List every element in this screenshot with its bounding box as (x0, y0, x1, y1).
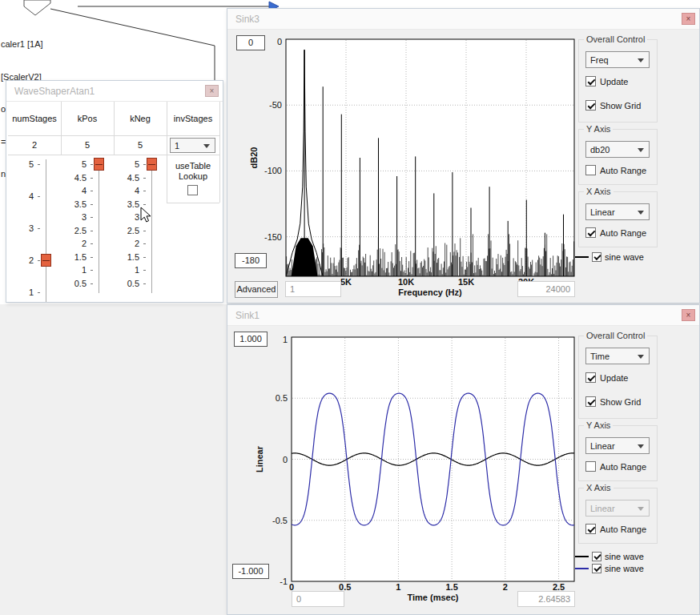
slider-tick-label: 4 (115, 186, 139, 195)
dropdown-value: Linear (590, 207, 615, 217)
overall-control-dropdown[interactable]: Time (585, 348, 650, 364)
slider-tick-label: 3 (10, 223, 34, 233)
x-tick-label: 2 (503, 582, 508, 592)
invStages-dropdown[interactable]: 1 (170, 138, 215, 153)
slider-tick-mark (143, 164, 146, 165)
waveshaper-window: WaveShaperAtan1 × numStages254321kPos554… (6, 80, 223, 303)
numStages-slider-handle[interactable] (41, 254, 51, 267)
close-icon[interactable]: × (682, 13, 695, 25)
slider-tick-mark (91, 231, 93, 231)
x-auto-range-checkbox[interactable]: Auto Range (585, 227, 646, 238)
legend-checkbox[interactable] (592, 552, 601, 561)
sink3-plot: 5K10K15K20K0-50-100-150Frequency (Hz)dB2… (246, 38, 590, 302)
x-axis-group: X Axis Linear Auto Range (578, 191, 658, 247)
slider-tick-label: 1 (115, 265, 139, 275)
overall-control-dropdown[interactable]: Freq (585, 51, 650, 68)
y-axis-title: dB20 (249, 147, 259, 169)
kPos-slider-track[interactable] (99, 159, 99, 293)
kNeg-value: 5 (114, 138, 167, 153)
kNeg-slider-track[interactable] (151, 159, 152, 293)
x-axis-group: X Axis Linear Auto Range (578, 488, 658, 544)
checkbox-box (585, 100, 596, 111)
close-icon[interactable]: × (205, 85, 219, 97)
checkbox-box (585, 461, 596, 472)
slider-tick-mark (91, 178, 93, 179)
y-axis-dropdown[interactable]: Linear (585, 437, 650, 454)
sink1-titlebar[interactable]: Sink1 × (227, 305, 699, 326)
slider-tick-label: 2.5 (62, 226, 86, 235)
window-title: Sink1 (235, 310, 259, 321)
kPos-value: 5 (61, 138, 114, 153)
x-range-end-input[interactable]: 24000 (517, 281, 575, 297)
y-tick-label: 1 (283, 336, 288, 344)
x-axis-dropdown[interactable]: Linear (585, 203, 650, 220)
update-checkbox[interactable]: Update (585, 372, 628, 383)
checkbox-label: Auto Range (600, 166, 646, 175)
slider-tick-label: 3.5 (115, 199, 139, 209)
legend-entry: sine wave (575, 562, 644, 574)
y-auto-range-checkbox[interactable]: Auto Range (585, 165, 646, 175)
usetable-lookup-checkbox[interactable] (187, 185, 198, 195)
legend-entry: sine wave (575, 550, 644, 562)
slider-tick-mark (38, 196, 40, 197)
slider-tick-label: 5 (115, 159, 139, 169)
legend-line-sample (575, 556, 589, 557)
slider-tick-mark (91, 270, 93, 271)
legend-checkbox[interactable] (592, 252, 601, 262)
kPos-slider-handle[interactable] (94, 158, 104, 171)
x-range-start-input[interactable]: 0 (292, 591, 344, 607)
numStages-slider-track[interactable] (46, 159, 46, 302)
show-grid-checkbox[interactable]: Show Grid (585, 396, 641, 407)
y-tick-label: -1 (280, 577, 288, 586)
legend-line-sample (575, 568, 589, 569)
overall-control-group: Overall Control Time Update Show Grid (578, 336, 658, 419)
slider-tick-mark (91, 191, 93, 191)
show-grid-checkbox[interactable]: Show Grid (585, 100, 641, 111)
dropdown-value: Freq (590, 55, 609, 65)
update-checkbox[interactable]: Update (585, 76, 628, 86)
dropdown-value: Linear (590, 441, 615, 451)
checkbox-box (585, 76, 596, 86)
x-range-end-input[interactable]: 2.64583 (517, 591, 575, 607)
slider-tick-label: 1 (10, 287, 34, 297)
overall-control-group: Overall Control Freq Update Show Grid (578, 39, 658, 123)
dropdown-value: Linear (590, 504, 615, 513)
group-label: Overall Control (584, 331, 647, 340)
legend-checkbox[interactable] (592, 564, 601, 573)
slider-tick-mark (143, 231, 146, 231)
slider-tick-mark (38, 164, 40, 165)
slider-tick-mark (38, 260, 40, 261)
slider-tick-mark (143, 178, 146, 179)
kNeg-slider-handle[interactable] (147, 158, 157, 171)
slider-tick-mark (91, 283, 93, 284)
checkbox-box (585, 372, 596, 383)
y-auto-range-checkbox[interactable]: Auto Range (585, 461, 646, 472)
sink3-titlebar[interactable]: Sink3 × (227, 9, 699, 30)
x-range-start-input[interactable]: 1 (285, 281, 341, 297)
x-tick-label: 1 (396, 582, 400, 592)
close-icon[interactable]: × (682, 309, 695, 321)
slider-tick-label: 4 (62, 186, 86, 195)
slider-tick-mark (143, 243, 146, 244)
spectrum-display: 5K10K15K20K0-50-100-150Frequency (Hz)dB2… (246, 38, 590, 302)
group-label: X Axis (584, 483, 614, 492)
waveshaper-titlebar[interactable]: WaveShaperAtan1 × (6, 81, 223, 102)
slider-tick-label: 1.5 (62, 252, 86, 262)
x-auto-range-checkbox[interactable]: Auto Range (585, 524, 646, 534)
legend-entry: sine wave (575, 251, 644, 263)
slider-tick-mark (143, 283, 146, 284)
slider-tick-label: 0.5 (62, 279, 86, 288)
y-tick-label: -0.5 (272, 516, 288, 525)
slider-tick-mark (143, 191, 146, 191)
advanced-button[interactable]: Advanced (235, 281, 278, 298)
x-axis-title: Time (msec) (408, 593, 459, 602)
slider-tick-label: 1 (62, 265, 86, 275)
checkbox-box (585, 227, 596, 238)
slider-tick-label: 2 (115, 239, 139, 248)
legend: sine wavesine wave (575, 550, 644, 574)
y-axis-dropdown[interactable]: db20 (585, 141, 650, 158)
x-tick-label: 10K (398, 277, 414, 287)
dropdown-value: Time (590, 352, 609, 361)
param-header-kPos: kPos (61, 102, 114, 135)
x-tick-label: 1.5 (445, 582, 457, 592)
